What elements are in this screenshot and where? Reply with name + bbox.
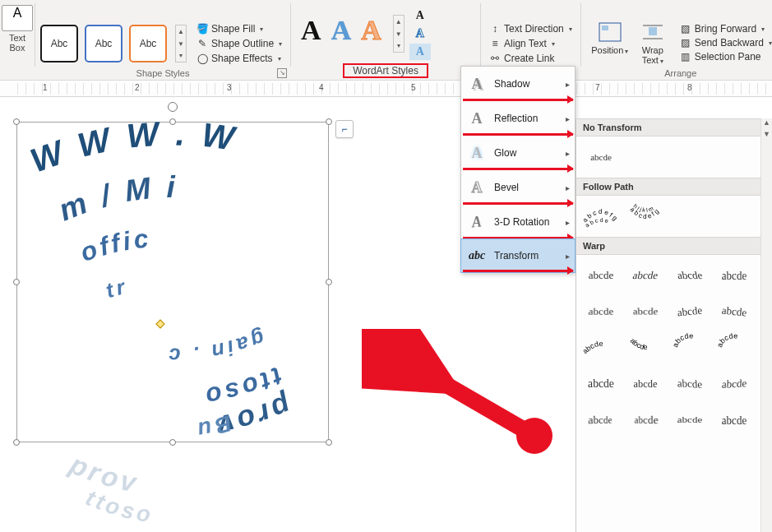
menu-item-shadow[interactable]: A Shadow ▸ <box>461 67 575 101</box>
shape-effects-button[interactable]: ◯ Shape Effects ▾ <box>193 52 285 65</box>
horizontal-ruler: 12345678 <box>0 81 772 97</box>
transform-thumb-none[interactable]: abcde <box>581 141 621 173</box>
ruler-number: 5 <box>411 83 416 92</box>
rotate-handle[interactable] <box>168 102 178 112</box>
transform-thumb[interactable]: abcde <box>714 332 754 363</box>
text-effects-button[interactable]: A <box>409 44 431 60</box>
transform-thumb[interactable]: abcde <box>714 257 754 294</box>
wordart-style-thumb[interactable]: A <box>301 15 321 53</box>
shape-style-thumb[interactable]: Abc <box>129 25 167 62</box>
wordart-style-thumb[interactable]: A <box>361 15 381 53</box>
text-direction-button[interactable]: ↕ Text Direction ▾ <box>486 22 576 35</box>
transform-thumb[interactable]: abcde <box>629 402 667 437</box>
text-effects-menu: A Shadow ▸ A Reflection ▸ A Glow ▸ A Bev… <box>460 66 576 273</box>
reflection-icon: A <box>468 109 486 127</box>
panel-scrollbar[interactable]: ▲ ▼ <box>760 118 772 532</box>
menu-item-3d-rotation[interactable]: A 3-D Rotation ▸ <box>461 205 575 239</box>
menu-label: Transform <box>494 250 539 261</box>
ruler-number: 3 <box>227 83 232 92</box>
wordart-style-thumb[interactable]: A <box>331 15 352 53</box>
wordart-object[interactable]: ⌐ W W W . W m / M i offic tr gain . c <box>16 122 329 442</box>
shape-styles-group-label: Shape Styles ↘ <box>35 68 290 80</box>
document-canvas[interactable]: ⌐ W W W . W m / M i offic tr gain . c <box>0 97 460 532</box>
text-box-icon: A <box>2 5 33 31</box>
transform-thumb[interactable]: abcde <box>668 294 711 330</box>
transform-thumb[interactable]: abcde <box>622 260 668 291</box>
resize-handle[interactable] <box>13 279 20 285</box>
shape-style-thumb[interactable]: Abc <box>40 25 78 62</box>
transform-thumb[interactable]: abcde <box>578 299 623 328</box>
menu-item-glow[interactable]: A Glow ▸ <box>461 136 575 170</box>
shape-outline-label: Shape Outline <box>211 38 274 49</box>
shape-style-thumb[interactable]: Abc <box>85 25 123 62</box>
wrap-text-button[interactable]: Wrap Text▾ <box>634 21 672 65</box>
resize-handle[interactable] <box>326 118 332 125</box>
ruler-number: 1 <box>43 83 48 92</box>
align-text-button[interactable]: ≡ Align Text ▾ <box>486 37 558 50</box>
position-button[interactable]: Position▾ <box>591 21 629 65</box>
transform-thumb[interactable]: abcde <box>669 368 710 401</box>
wordart-style-more[interactable]: ▲▼▾ <box>393 15 404 53</box>
dialog-launcher[interactable]: ↘ <box>277 68 287 78</box>
menu-item-reflection[interactable]: A Reflection ▸ <box>461 101 575 136</box>
svg-text:offic: offic <box>77 224 153 267</box>
transform-thumb[interactable]: abcde <box>670 407 710 433</box>
transform-thumb[interactable]: abcde <box>626 332 665 363</box>
shape-fill-button[interactable]: 🪣 Shape Fill ▾ <box>193 22 285 35</box>
transform-thumb[interactable]: abcde <box>580 368 622 400</box>
create-link-button[interactable]: ⚯ Create Link <box>486 52 557 65</box>
text-fill-button[interactable]: A <box>409 7 431 24</box>
menu-item-bevel[interactable]: A Bevel ▸ <box>461 170 575 205</box>
resize-handle[interactable] <box>169 439 176 446</box>
text-box-label: Text Box <box>2 33 33 53</box>
svg-text:tr: tr <box>103 274 130 302</box>
transform-thumb[interactable]: abcde <box>713 294 756 330</box>
wordart-gallery[interactable]: A A A ▲▼▾ <box>301 15 404 53</box>
bring-forward-button[interactable]: ▧ Bring Forward ▾ <box>677 22 772 35</box>
shape-style-more[interactable]: ▲▼▾ <box>175 25 187 62</box>
chevron-down-icon: ▾ <box>569 25 572 33</box>
svg-point-19 <box>679 206 700 227</box>
menu-label: 3-D Rotation <box>494 216 549 228</box>
shape-outline-button[interactable]: ✎ Shape Outline ▾ <box>193 37 285 50</box>
transform-thumb-arch-down[interactable]: a b c d e f gh i j k l m <box>626 201 665 232</box>
transform-thumb[interactable]: abcde <box>622 295 668 324</box>
arrange-group: Position▾ Wrap Text▾ ▧ Bring Forward ▾ ▨… <box>581 0 772 80</box>
chevron-down-icon: ▾ <box>278 55 281 62</box>
transform-thumb[interactable]: abcde <box>667 260 713 291</box>
resize-handle[interactable] <box>13 118 20 125</box>
transform-thumb-arch-up[interactable]: a b c d e f ga b c d e <box>581 201 621 232</box>
selection-pane-button[interactable]: ▥ Selection Pane <box>677 50 772 63</box>
transform-thumb[interactable]: abcde <box>581 260 621 291</box>
shape-style-gallery[interactable]: Abc Abc Abc ▲▼▾ <box>40 25 187 62</box>
chevron-right-icon: ▸ <box>566 183 570 192</box>
transform-thumb-circle[interactable]: a b c d e f G h i j l m n o <box>670 201 710 232</box>
scroll-up-icon[interactable]: ▲ <box>761 118 772 130</box>
send-backward-button[interactable]: ▨ Send Backward ▾ <box>677 36 772 49</box>
scroll-down-icon[interactable]: ▼ <box>761 130 772 141</box>
menu-label: Glow <box>494 147 516 159</box>
glow-icon: A <box>468 144 486 162</box>
resize-handle[interactable] <box>13 439 20 446</box>
chevron-right-icon: ▸ <box>566 252 570 261</box>
resize-handle[interactable] <box>326 279 332 285</box>
transform-thumb[interactable]: abcde <box>714 402 754 438</box>
transform-thumb[interactable]: abcde <box>580 402 617 437</box>
text-outline-button[interactable]: A <box>409 25 431 42</box>
transform-thumb[interactable]: abcde <box>626 369 664 399</box>
resize-handle[interactable] <box>326 439 332 446</box>
bring-forward-label: Bring Forward <box>695 23 756 35</box>
transform-thumb[interactable]: abcde <box>714 368 755 401</box>
text-box-button[interactable]: A Text Box <box>0 0 35 80</box>
transform-thumb[interactable]: abcde <box>581 332 621 363</box>
menu-item-transform[interactable]: abc Transform ▸ <box>460 238 576 273</box>
layout-options-badge[interactable]: ⌐ <box>335 120 354 138</box>
ribbon: A Text Box Abc Abc Abc ▲▼▾ 🪣 Shape Fill … <box>0 0 772 81</box>
svg-text:abcde: abcde <box>671 333 694 349</box>
align-text-label: Align Text <box>504 38 547 49</box>
chevron-right-icon: ▸ <box>566 80 570 89</box>
section-no-transform: No Transform <box>576 118 772 136</box>
text-direction-icon: ↕ <box>489 23 501 35</box>
chevron-right-icon: ▸ <box>566 218 570 227</box>
transform-thumb[interactable]: abcde <box>670 332 710 363</box>
